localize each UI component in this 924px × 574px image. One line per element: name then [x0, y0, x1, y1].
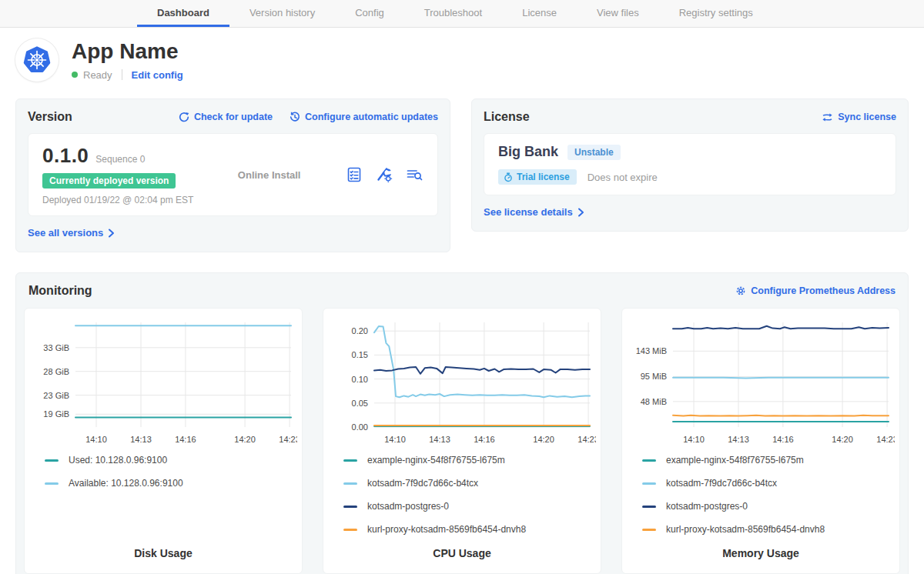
legend-label: kurl-proxy-kotsadm-8569fb6454-dnvh8 [666, 524, 825, 535]
svg-text:14:10: 14:10 [85, 435, 107, 444]
tab-license[interactable]: License [502, 0, 577, 27]
svg-text:0.20: 0.20 [352, 326, 368, 335]
svg-text:0.05: 0.05 [352, 399, 368, 408]
deployed-version-box: 0.1.0 Sequence 0 Currently deployed vers… [28, 133, 438, 216]
stopwatch-icon [504, 172, 513, 182]
see-all-versions-link[interactable]: See all versions [28, 227, 115, 239]
legend-item: example-nginx-54f8f76755-l675m [642, 455, 899, 466]
legend-label: kotsadm-7f9dc7d66c-b4tcx [666, 478, 777, 489]
svg-text:33 GiB: 33 GiB [43, 343, 69, 352]
trial-license-badge: Trial license [498, 169, 577, 185]
cpu-usage-chart-card: 0.200.150.100.050.0014:1014:1314:1614:20… [323, 308, 601, 574]
monitoring-title: Monitoring [28, 284, 92, 298]
sync-license-button[interactable]: Sync license [822, 112, 896, 122]
deployed-version-badge: Currently deployed version [42, 173, 176, 189]
legend-dash [343, 506, 357, 508]
legend-item: kotsadm-7f9dc7d66c-b4tcx [642, 478, 899, 489]
license-details-box: Big Bank Unstable Trial license Does not… [484, 133, 896, 195]
schedule-update-icon [290, 112, 300, 122]
preflight-checks-icon[interactable] [345, 165, 363, 184]
legend-dash [45, 459, 59, 462]
cpu-usage-legend: example-nginx-54f8f76755-l675mkotsadm-7f… [323, 455, 601, 547]
svg-text:19 GiB: 19 GiB [43, 409, 69, 419]
svg-text:0.00: 0.00 [352, 422, 368, 432]
legend-item: kotsadm-7f9dc7d66c-b4tcx [343, 478, 601, 489]
view-logs-icon[interactable] [405, 165, 424, 184]
tab-version-history[interactable]: Version history [229, 0, 335, 27]
legend-label: Used: 10.128.0.96:9100 [69, 455, 167, 466]
page-title: App Name [72, 39, 183, 64]
install-type-label: Online Install [238, 169, 301, 181]
svg-text:95 MiB: 95 MiB [641, 372, 667, 381]
svg-text:143 MiB: 143 MiB [636, 346, 667, 355]
svg-text:14:13: 14:13 [429, 435, 450, 444]
svg-text:14:16: 14:16 [175, 435, 196, 444]
svg-text:0.10: 0.10 [352, 375, 368, 384]
config-wrench-icon[interactable] [375, 165, 393, 184]
svg-text:14:16: 14:16 [474, 435, 495, 444]
svg-text:14:13: 14:13 [728, 435, 749, 444]
legend-label: kurl-proxy-kotsadm-8569fb6454-dnvh8 [367, 524, 526, 535]
legend-item: kotsadm-postgres-0 [343, 501, 601, 512]
legend-item: Used: 10.128.0.96:9100 [45, 455, 302, 466]
refresh-icon [179, 112, 189, 122]
app-logo [15, 38, 59, 82]
svg-text:14:23: 14:23 [578, 435, 596, 444]
legend-label: Available: 10.128.0.96:9100 [69, 478, 183, 489]
tab-registry-settings[interactable]: Registry settings [659, 0, 773, 27]
chevron-right-icon [578, 208, 584, 217]
svg-text:28 GiB: 28 GiB [43, 367, 69, 376]
sync-icon [822, 112, 833, 122]
legend-label: example-nginx-54f8f76755-l675m [666, 455, 804, 466]
memory-usage-legend: example-nginx-54f8f76755-l675mkotsadm-7f… [622, 455, 899, 547]
memory-usage-chart: 143 MiB95 MiB48 MiB14:1014:1314:1614:201… [627, 316, 895, 449]
tab-view-files[interactable]: View files [577, 0, 659, 27]
chevron-right-icon [108, 229, 115, 238]
version-sequence: Sequence 0 [95, 154, 145, 165]
deployed-timestamp: Deployed 01/19/22 @ 02:04 pm EST [42, 195, 193, 205]
version-card: Version Check for update [15, 98, 450, 252]
app-header: App Name Ready Edit config [15, 38, 909, 82]
edit-config-link[interactable]: Edit config [132, 69, 183, 81]
chart-title: Disk Usage [25, 547, 302, 573]
legend-dash [642, 506, 656, 508]
legend-item: kurl-proxy-kotsadm-8569fb6454-dnvh8 [343, 524, 601, 535]
license-expiry: Does not expire [588, 172, 658, 183]
tab-config[interactable]: Config [335, 0, 404, 27]
version-card-title: Version [28, 110, 72, 124]
chart-title: CPU Usage [323, 547, 601, 573]
license-card: License Sync license Big Bank Unstable [471, 98, 909, 232]
svg-text:14:10: 14:10 [683, 435, 705, 444]
legend-dash [343, 529, 357, 531]
legend-label: kotsadm-7f9dc7d66c-b4tcx [367, 478, 478, 489]
legend-item: example-nginx-54f8f76755-l675m [343, 455, 601, 466]
kubernetes-icon [19, 42, 55, 78]
see-license-details-link[interactable]: See license details [484, 206, 584, 218]
svg-text:14:20: 14:20 [832, 435, 853, 444]
configure-automatic-updates-button[interactable]: Configure automatic updates [290, 112, 438, 122]
disk-usage-chart: 33 GiB28 GiB23 GiB19 GiB14:1014:1314:161… [29, 316, 297, 449]
svg-text:14:13: 14:13 [130, 435, 152, 444]
license-app-name: Big Bank [498, 144, 558, 160]
channel-badge: Unstable [567, 145, 621, 160]
svg-text:23 GiB: 23 GiB [43, 391, 69, 400]
legend-item: Available: 10.128.0.96:9100 [45, 478, 302, 489]
legend-item: kurl-proxy-kotsadm-8569fb6454-dnvh8 [642, 524, 899, 535]
app-status: Ready [83, 69, 112, 81]
legend-label: kotsadm-postgres-0 [367, 501, 449, 512]
legend-dash [642, 482, 656, 485]
svg-text:14:16: 14:16 [772, 435, 794, 444]
disk-usage-chart-card: 33 GiB28 GiB23 GiB19 GiB14:1014:1314:161… [24, 308, 303, 574]
legend-dash [642, 529, 656, 531]
legend-dash [642, 459, 656, 462]
top-nav: Dashboard Version history Config Trouble… [0, 0, 924, 28]
status-dot [72, 72, 78, 78]
tab-troubleshoot[interactable]: Troubleshoot [404, 0, 502, 27]
check-for-update-button[interactable]: Check for update [179, 112, 273, 122]
legend-dash [45, 482, 59, 485]
svg-text:48 MiB: 48 MiB [641, 397, 667, 406]
configure-prometheus-button[interactable]: Configure Prometheus Address [735, 285, 896, 296]
svg-text:14:10: 14:10 [384, 435, 406, 444]
tab-dashboard[interactable]: Dashboard [137, 0, 229, 27]
version-number: 0.1.0 [42, 144, 89, 168]
